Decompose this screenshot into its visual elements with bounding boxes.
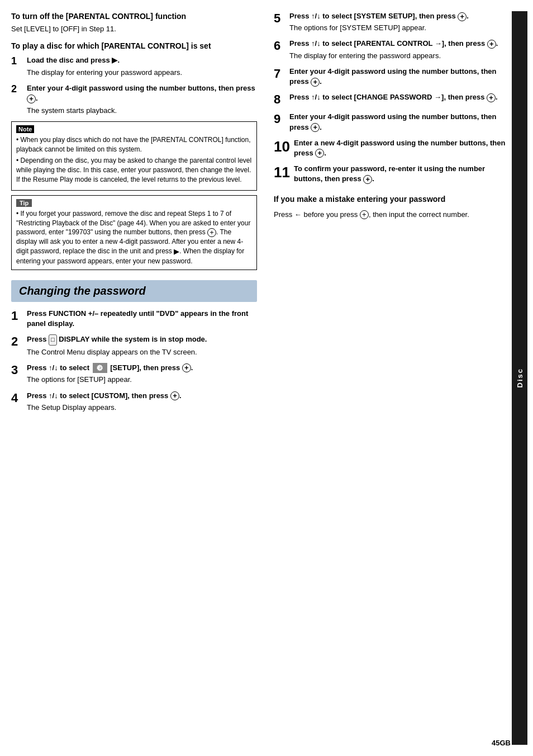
page: To turn off the [PARENTAL CONTROL] funct… xyxy=(0,0,533,756)
right-step-8: 8 Press ↑/↓ to select [CHANGE PASSWORD →… xyxy=(274,92,512,106)
play-icon-tip: ▶ xyxy=(174,247,179,256)
section-play-disc: To play a disc for which [PARENTAL CONTR… xyxy=(11,41,257,270)
change-step-num-2: 2 xyxy=(11,334,27,348)
change-step-content-2: Press □ DISPLAY while the system is in s… xyxy=(27,334,257,357)
right-step-7-text: Enter your 4-digit password using the nu… xyxy=(289,67,497,86)
right-step-11-text: To confirm your password, re-enter it us… xyxy=(294,164,485,183)
change-step-2-text: Press □ DISPLAY while the system is in s… xyxy=(27,335,207,343)
circle-plus-r11: + xyxy=(363,175,372,184)
step-2-text: Enter your 4-digit password using the nu… xyxy=(27,84,255,102)
main-content: To turn off the [PARENTAL CONTROL] funct… xyxy=(0,0,533,756)
setup-icon: ⚙ xyxy=(93,363,107,373)
mistake-section: If you make a mistake entering your pass… xyxy=(274,194,512,220)
step-left-1: 1 Load the disc and press ▶. The display… xyxy=(11,55,257,78)
circle-plus-r10: + xyxy=(315,149,324,158)
section-change-password: Changing the password 1 Press FUNCTION +… xyxy=(11,280,257,413)
circle-plus-tip: + xyxy=(207,228,216,237)
circle-plus-mistake: + xyxy=(360,210,369,219)
circle-plus-r7: + xyxy=(311,78,320,87)
right-step-5-text: Press ↑/↓ to select [SYSTEM SETUP], then… xyxy=(289,12,469,20)
side-tab-text: Disc xyxy=(516,368,524,388)
page-number: 45GB xyxy=(492,739,511,747)
right-step-9: 9 Enter your 4-digit password using the … xyxy=(274,112,512,132)
right-step-num-6: 6 xyxy=(274,39,289,53)
circle-plus-r5: + xyxy=(458,12,467,21)
change-step-num-3: 3 xyxy=(11,363,27,377)
right-step-num-5: 5 xyxy=(274,11,289,25)
mistake-title: If you make a mistake entering your pass… xyxy=(274,194,512,204)
change-step-3-sub: The options for [SETUP] appear. xyxy=(27,375,257,385)
circle-plus-r6: + xyxy=(487,40,496,49)
change-password-banner: Changing the password xyxy=(11,280,257,302)
tip-box: Tip Press FUNCTION +/– repeatedly until … xyxy=(11,195,257,270)
left-column: To turn off the [PARENTAL CONTROL] funct… xyxy=(11,11,268,745)
change-step-content-1: Press FUNCTION +/– repeatedly until "DVD… xyxy=(27,309,257,329)
right-step-6-text: Press ↑/↓ to select [PARENTAL CONTROL →]… xyxy=(289,39,498,48)
section-turn-off-title: To turn off the [PARENTAL CONTROL] funct… xyxy=(11,11,257,21)
right-step-10: 10 Enter a new 4-digit password using th… xyxy=(274,138,512,158)
right-step-content-11: To confirm your password, re-enter it us… xyxy=(294,164,512,184)
circle-plus-r9: + xyxy=(311,123,320,132)
change-step-num-1: 1 xyxy=(11,309,27,323)
right-step-num-9: 9 xyxy=(274,112,289,126)
right-step-7: 7 Enter your 4-digit password using the … xyxy=(274,67,512,87)
section-play-disc-title: To play a disc for which [PARENTAL CONTR… xyxy=(11,41,257,51)
right-step-content-5: Press ↑/↓ to select [SYSTEM SETUP], then… xyxy=(289,11,512,33)
mistake-text: Press ← before you press +, then input t… xyxy=(274,209,512,220)
right-step-num-10: 10 xyxy=(274,138,294,155)
right-step-content-10: Enter a new 4-digit password using the n… xyxy=(294,138,512,158)
change-step-content-4: Press ↑/↓ to select [CUSTOM], then press… xyxy=(27,391,257,413)
circle-plus-3: + xyxy=(182,363,191,372)
section-turn-off: To turn off the [PARENTAL CONTROL] funct… xyxy=(11,11,257,33)
right-step-content-9: Enter your 4-digit password using the nu… xyxy=(289,112,512,132)
note-item-1: When you play discs which do not have th… xyxy=(16,135,252,154)
right-step-6-sub: The display for entering the password ap… xyxy=(289,51,512,61)
right-step-5: 5 Press ↑/↓ to select [SYSTEM SETUP], th… xyxy=(274,11,512,33)
change-step-1: 1 Press FUNCTION +/– repeatedly until "D… xyxy=(11,309,257,329)
right-step-10-text: Enter a new 4-digit password using the n… xyxy=(294,139,505,157)
note-list: When you play discs which do not have th… xyxy=(16,135,252,185)
step-left-2: 2 Enter your 4-digit password using the … xyxy=(11,83,257,116)
circle-plus-r8: + xyxy=(487,93,496,102)
change-step-4: 4 Press ↑/↓ to select [CUSTOM], then pre… xyxy=(11,391,257,413)
step-num-1: 1 xyxy=(11,55,27,67)
change-password-title: Changing the password xyxy=(19,285,146,297)
right-step-9-text: Enter your 4-digit password using the nu… xyxy=(289,112,497,131)
change-step-1-text: Press FUNCTION +/– repeatedly until "DVD… xyxy=(27,309,248,328)
circle-plus-icon-2: + xyxy=(27,94,36,103)
circle-plus-4: + xyxy=(170,391,179,400)
note-item-2: Depending on the disc, you may be asked … xyxy=(16,156,252,184)
right-step-6: 6 Press ↑/↓ to select [PARENTAL CONTROL … xyxy=(274,39,512,60)
change-step-content-3: Press ↑/↓ to select ⚙ [SETUP], then pres… xyxy=(27,363,257,385)
step-1-sub: The display for entering your password a… xyxy=(27,68,257,78)
play-icon: ▶ xyxy=(112,56,117,65)
change-step-3-text: Press ↑/↓ to select ⚙ [SETUP], then pres… xyxy=(27,363,193,372)
step-1-text: Load the disc and press ▶. xyxy=(27,56,120,64)
change-step-4-text: Press ↑/↓ to select [CUSTOM], then press… xyxy=(27,391,182,400)
right-step-content-8: Press ↑/↓ to select [CHANGE PASSWORD →],… xyxy=(289,92,512,102)
change-step-2: 2 Press □ DISPLAY while the system is in… xyxy=(11,334,257,357)
display-icon: □ xyxy=(49,334,57,345)
right-step-8-text: Press ↑/↓ to select [CHANGE PASSWORD →],… xyxy=(289,93,498,101)
change-step-3: 3 Press ↑/↓ to select ⚙ [SETUP], then pr… xyxy=(11,363,257,385)
right-step-5-sub: The options for [SYSTEM SETUP] appear. xyxy=(289,23,512,33)
right-step-num-7: 7 xyxy=(274,67,289,81)
tip-label: Tip xyxy=(16,199,32,207)
side-tab: Disc xyxy=(512,11,527,745)
note-box: Note When you play discs which do not ha… xyxy=(11,121,257,191)
right-step-content-7: Enter your 4-digit password using the nu… xyxy=(289,67,512,87)
right-step-content-6: Press ↑/↓ to select [PARENTAL CONTROL →]… xyxy=(289,39,512,60)
step-content-1: Load the disc and press ▶. The display f… xyxy=(27,55,257,78)
change-step-2-sub: The Control Menu display appears on the … xyxy=(27,347,257,357)
right-step-num-8: 8 xyxy=(274,92,289,106)
step-2-sub: The system starts playback. xyxy=(27,106,257,116)
change-step-4-sub: The Setup Display appears. xyxy=(27,403,257,413)
step-num-2: 2 xyxy=(11,83,27,95)
right-column: 5 Press ↑/↓ to select [SYSTEM SETUP], th… xyxy=(268,11,512,745)
right-step-num-11: 11 xyxy=(274,164,294,181)
step-content-2: Enter your 4-digit password using the nu… xyxy=(27,83,257,116)
section-turn-off-intro: Set [LEVEL] to [OFF] in Step 11. xyxy=(11,25,257,33)
right-step-11: 11 To confirm your password, re-enter it… xyxy=(274,164,512,184)
tip-text: • If you forget your password, remove th… xyxy=(16,209,252,266)
note-label: Note xyxy=(16,125,34,133)
